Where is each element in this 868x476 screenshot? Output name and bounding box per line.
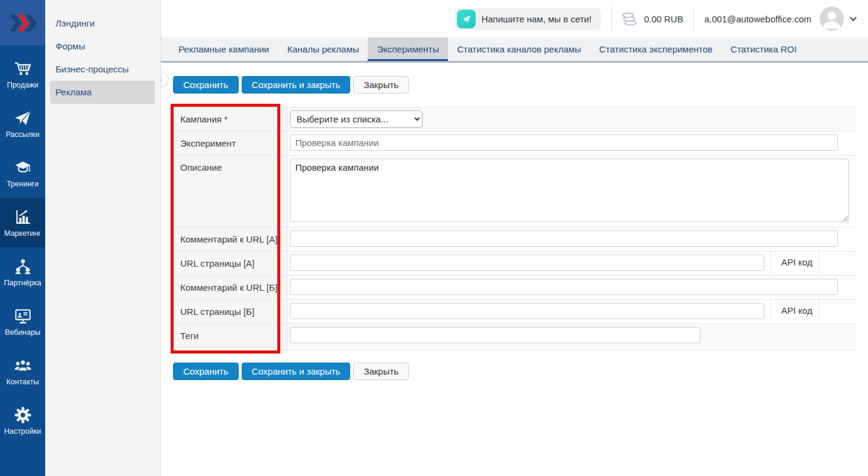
save-and-close-button[interactable]: Сохранить и закрыть bbox=[242, 363, 351, 380]
url-comment-b-label: Комментарий к URL [Б] bbox=[173, 276, 288, 299]
api-code-value-cell bbox=[819, 300, 857, 323]
url-comment-a-label: Комментарий к URL [А] bbox=[173, 227, 288, 251]
experiment-label: Эксперимент bbox=[173, 132, 288, 155]
submenu-item-landings[interactable]: Лэндинги bbox=[50, 12, 155, 35]
sidebar-item-label: Настройки bbox=[4, 427, 41, 436]
main-area: Напишите нам, мы в сети! 0.00 RUB a.001@… bbox=[161, 0, 868, 476]
sidebar-item-affiliate[interactable]: Партнёрка bbox=[0, 247, 45, 297]
api-code-value-cell bbox=[819, 252, 857, 275]
sidebar-item-settings[interactable]: Настройки bbox=[0, 396, 45, 445]
tab-ad-channels[interactable]: Каналы рекламы bbox=[278, 37, 368, 61]
save-button[interactable]: Сохранить bbox=[173, 363, 239, 380]
sidebar-item-label: Вебинары bbox=[5, 328, 40, 337]
tab-ad-campaigns[interactable]: Рекламные кампании bbox=[169, 37, 278, 61]
url-a-label: URL страницы [А] bbox=[173, 252, 288, 275]
webinar-icon bbox=[14, 307, 32, 325]
cart-icon bbox=[14, 60, 32, 78]
form-row-campaign: Кампания * Выберите из списка... bbox=[173, 107, 857, 132]
description-label: Описание bbox=[173, 156, 288, 227]
toolbar-bottom: Сохранить Сохранить и закрыть Закрыть bbox=[173, 363, 857, 380]
app-logo[interactable] bbox=[0, 0, 45, 45]
top-header: Напишите нам, мы в сети! 0.00 RUB a.001@… bbox=[161, 0, 868, 37]
primary-sidebar: Продажи Рассылки Тренинги bbox=[0, 0, 45, 476]
close-button[interactable]: Закрыть bbox=[353, 363, 409, 380]
paper-plane-icon bbox=[14, 109, 32, 127]
double-chevron-logo-icon bbox=[8, 13, 37, 33]
sidebar-item-marketing[interactable]: Маркетинг bbox=[0, 198, 45, 247]
sidebar-item-contacts[interactable]: Контакты bbox=[0, 346, 45, 396]
submenu-item-business-processes[interactable]: Бизнес-процессы bbox=[50, 58, 155, 81]
coins-icon bbox=[622, 11, 638, 27]
form-row-url-comment-a: Комментарий к URL [А] bbox=[173, 227, 857, 252]
form-row-url-a: URL страницы [А] API код bbox=[173, 252, 857, 276]
avatar bbox=[820, 7, 844, 31]
api-code-label: API код bbox=[770, 300, 819, 323]
form-table: Кампания * Выберите из списка... Экспери… bbox=[173, 107, 857, 351]
sidebar-item-label: Тренинги bbox=[7, 180, 39, 188]
sidebar-item-label: Продажи bbox=[7, 81, 38, 89]
people-icon bbox=[14, 357, 32, 375]
url-b-input[interactable] bbox=[290, 303, 764, 319]
graduation-cap-icon bbox=[14, 159, 32, 177]
form-row-url-comment-b: Комментарий к URL [Б] bbox=[173, 276, 857, 300]
form-row-tags: Теги bbox=[173, 324, 857, 351]
network-icon bbox=[14, 258, 32, 276]
submenu-item-advertising[interactable]: Реклама bbox=[50, 81, 155, 104]
sidebar-item-sales[interactable]: Продажи bbox=[0, 49, 45, 99]
gear-icon bbox=[14, 406, 32, 424]
chat-button-label: Напишите нам, мы в сети! bbox=[482, 14, 592, 24]
campaign-select[interactable]: Выберите из списка... bbox=[290, 110, 423, 128]
sidebar-item-label: Рассылки bbox=[5, 130, 39, 139]
chat-paper-plane-icon bbox=[457, 10, 476, 28]
tab-experiments[interactable]: Эксперименты bbox=[368, 37, 448, 61]
balance-indicator[interactable]: 0.00 RUB bbox=[622, 11, 683, 27]
account-menu[interactable] bbox=[820, 7, 857, 31]
secondary-sidebar: Лэндинги Формы Бизнес-процессы Реклама bbox=[45, 0, 161, 476]
sidebar-item-label: Контакты bbox=[7, 378, 39, 386]
form-row-url-b: URL страницы [Б] API код bbox=[173, 300, 857, 324]
url-comment-b-input[interactable] bbox=[290, 279, 838, 295]
balance-amount: 0.00 RUB bbox=[644, 14, 683, 24]
tab-roi-stats[interactable]: Статистика ROI bbox=[722, 37, 806, 61]
header-divider bbox=[611, 6, 612, 31]
sidebar-collapse-button[interactable]: ‹ bbox=[161, 71, 169, 87]
api-code-label: API код bbox=[770, 252, 819, 275]
tab-bar: Рекламные кампании Каналы рекламы Экспер… bbox=[161, 37, 868, 63]
url-b-label: URL страницы [Б] bbox=[173, 300, 288, 323]
tags-input[interactable] bbox=[290, 327, 700, 343]
sidebar-spacer bbox=[0, 45, 45, 49]
chevron-down-icon bbox=[849, 16, 857, 22]
sidebar-item-label: Партнёрка bbox=[4, 279, 42, 287]
url-a-input[interactable] bbox=[290, 255, 764, 271]
chat-button[interactable]: Напишите нам, мы в сети! bbox=[454, 8, 602, 30]
tab-experiment-stats[interactable]: Статистика экспериментов bbox=[590, 37, 722, 61]
chevron-left-icon: ‹ bbox=[161, 74, 163, 84]
sidebar-item-label: Маркетинг bbox=[4, 229, 41, 238]
tags-label: Теги bbox=[173, 324, 288, 350]
app-window: Продажи Рассылки Тренинги bbox=[0, 0, 868, 476]
toolbar-top: Сохранить Сохранить и закрыть Закрыть bbox=[173, 76, 857, 94]
form-row-experiment: Эксперимент bbox=[173, 132, 857, 156]
save-and-close-button[interactable]: Сохранить и закрыть bbox=[242, 76, 351, 94]
experiment-input[interactable] bbox=[290, 135, 838, 151]
form-row-description: Описание Проверка кампании bbox=[173, 156, 857, 227]
bar-chart-icon bbox=[14, 208, 32, 226]
url-comment-a-input[interactable] bbox=[290, 230, 838, 247]
person-silhouette-icon bbox=[820, 7, 844, 31]
experiment-form: Кампания * Выберите из списка... Экспери… bbox=[173, 107, 857, 351]
campaign-label: Кампания * bbox=[173, 107, 288, 131]
header-divider bbox=[693, 6, 694, 31]
sidebar-item-mailings[interactable]: Рассылки bbox=[0, 99, 45, 148]
save-button[interactable]: Сохранить bbox=[173, 76, 239, 94]
account-email: a.001@autoweboffice.com bbox=[704, 14, 811, 24]
tab-channel-stats[interactable]: Статистика каналов рекламы bbox=[448, 37, 590, 61]
close-button[interactable]: Закрыть bbox=[353, 76, 409, 94]
submenu-item-forms[interactable]: Формы bbox=[50, 35, 155, 58]
content-area: ‹ Сохранить Сохранить и закрыть Закрыть … bbox=[161, 63, 868, 476]
description-textarea[interactable]: Проверка кампании bbox=[290, 159, 849, 222]
sidebar-item-trainings[interactable]: Тренинги bbox=[0, 148, 45, 198]
sidebar-item-webinars[interactable]: Вебинары bbox=[0, 297, 45, 346]
